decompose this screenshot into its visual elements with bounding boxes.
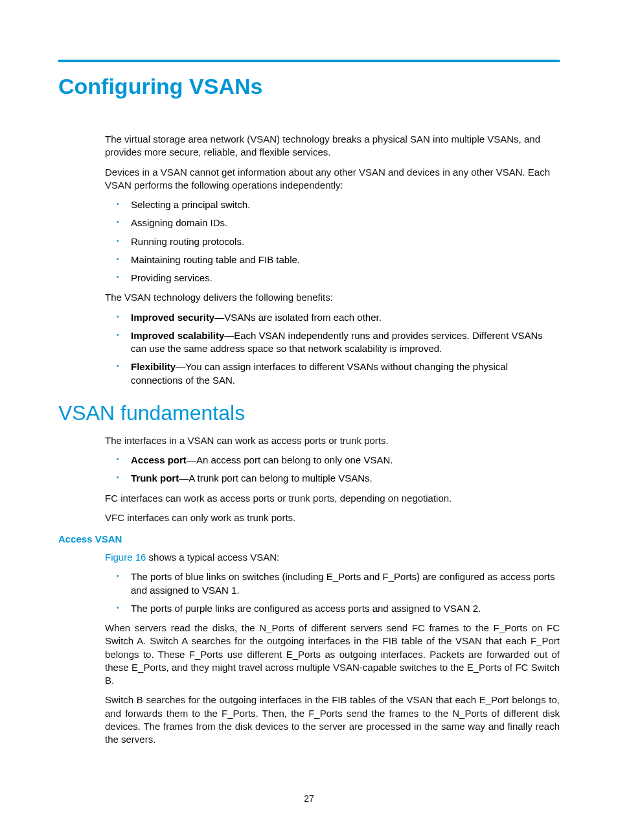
list-item: Trunk port—A trunk port can belong to mu…	[105, 472, 560, 485]
list-item: Flexibility—You can assign interfaces to…	[105, 360, 560, 387]
fundamentals-paragraph-3: VFC interfaces can only work as trunk po…	[105, 511, 560, 524]
top-rule	[58, 60, 560, 62]
fundamentals-paragraph-2: FC interfaces can work as access ports o…	[105, 492, 560, 505]
list-item: The ports of blue links on switches (inc…	[105, 570, 560, 597]
access-paragraph-2: Switch B searches for the outgoing inter…	[105, 694, 560, 746]
intro-paragraph-2: Devices in a VSAN cannot get information…	[105, 166, 560, 192]
port-label: Trunk port	[131, 472, 179, 484]
access-items-list: The ports of blue links on switches (inc…	[105, 570, 560, 615]
list-item: Assigning domain IDs.	[105, 216, 560, 229]
list-item: Maintaining routing table and FIB table.	[105, 253, 560, 266]
list-item: Improved security—VSANs are isolated fro…	[105, 311, 560, 324]
benefit-label: Improved scalability	[131, 330, 224, 341]
fundamentals-block: The interfaces in a VSAN can work as acc…	[105, 434, 560, 524]
benefit-text: —You can assign interfaces to different …	[131, 361, 508, 385]
page-container: Configuring VSANs The virtual storage ar…	[0, 0, 618, 746]
list-item: Access port—An access port can belong to…	[105, 454, 560, 467]
benefits-intro: The VSAN technology delivers the followi…	[105, 291, 560, 304]
list-item: Improved scalability—Each VSAN independe…	[105, 329, 560, 356]
list-item: Providing services.	[105, 272, 560, 285]
fundamentals-paragraph-1: The interfaces in a VSAN can work as acc…	[105, 434, 560, 447]
access-paragraph-1: When servers read the disks, the N_Ports…	[105, 622, 560, 687]
page-number: 27	[0, 793, 618, 804]
list-item: Running routing protocols.	[105, 235, 560, 248]
intro-paragraph-1: The virtual storage area network (VSAN) …	[105, 133, 560, 159]
figure-link[interactable]: Figure 16	[105, 552, 146, 563]
port-types-list: Access port—An access port can belong to…	[105, 454, 560, 485]
subsection-title: Access VSAN	[58, 533, 560, 544]
benefit-label: Flexibility	[131, 361, 176, 372]
intro-block: The virtual storage area network (VSAN) …	[105, 133, 560, 387]
page-title: Configuring VSANs	[58, 74, 560, 99]
port-text: —An access port can belong to only one V…	[187, 454, 393, 465]
list-item: The ports of purple links are configured…	[105, 602, 560, 615]
benefits-list: Improved security—VSANs are isolated fro…	[105, 311, 560, 387]
section-title: VSAN fundamentals	[58, 401, 560, 425]
list-item: Selecting a principal switch.	[105, 198, 560, 211]
operations-list: Selecting a principal switch. Assigning …	[105, 198, 560, 285]
figure-rest: shows a typical access VSAN:	[146, 552, 279, 563]
benefit-label: Improved security	[131, 312, 214, 323]
benefit-text: —VSANs are isolated from each other.	[214, 312, 382, 323]
figure-reference: Figure 16 shows a typical access VSAN:	[105, 551, 560, 564]
port-label: Access port	[131, 454, 187, 465]
access-vsan-block: Figure 16 shows a typical access VSAN: T…	[105, 551, 560, 746]
port-text: —A trunk port can belong to multiple VSA…	[179, 472, 372, 484]
